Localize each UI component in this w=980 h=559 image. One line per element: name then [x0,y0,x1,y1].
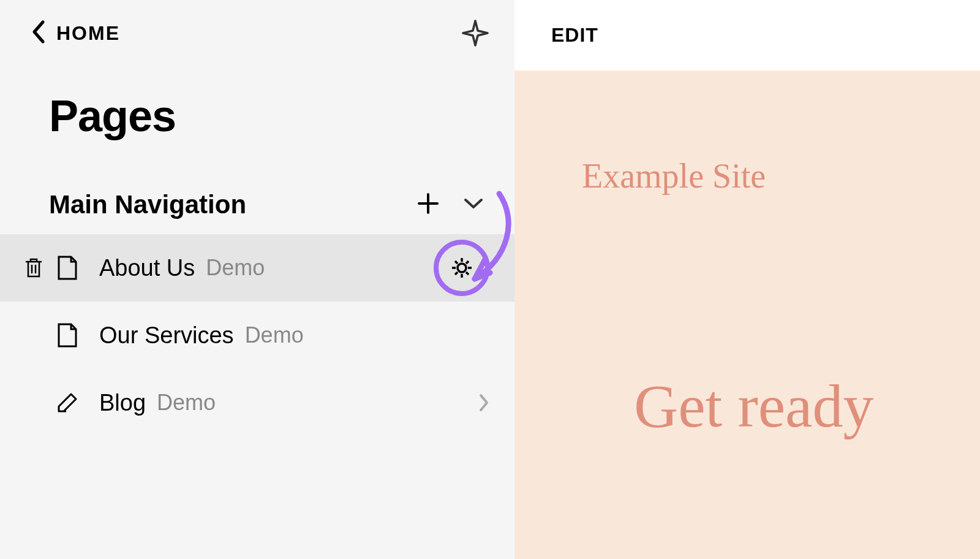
page-settings-button[interactable] [434,240,490,296]
page-item-blog[interactable]: Blog Demo [0,369,514,436]
page-label: About Us [99,255,195,281]
page-tag: Demo [245,322,304,348]
page-icon [49,322,86,349]
site-title: Example Site [582,156,766,196]
sparkle-icon[interactable] [461,18,490,48]
page-list: About Us Demo [0,234,514,436]
collapse-section-button[interactable] [463,197,484,213]
sidebar-header: HOME [0,0,514,60]
page-label: Our Services [99,322,234,349]
preview-body[interactable]: Example Site Get ready [514,70,980,559]
edit-button[interactable]: EDIT [551,24,598,47]
page-tag: Demo [206,255,265,281]
page-label: Blog [99,390,146,416]
hero-text: Get ready [634,371,873,441]
blog-icon [49,390,86,415]
page-item-about-us[interactable]: About Us Demo [0,234,514,302]
page-tag: Demo [157,390,216,416]
page-title: Pages [0,60,514,178]
gear-icon [448,254,475,281]
delete-page-button[interactable] [18,257,49,278]
preview-pane: EDIT Example Site Get ready [514,0,980,559]
page-icon [49,254,86,281]
section-actions [417,192,484,218]
add-page-button[interactable] [417,192,440,218]
section-title: Main Navigation [49,190,246,219]
back-button[interactable]: HOME [31,20,120,47]
svg-point-0 [458,264,466,272]
section-header: Main Navigation [0,178,514,234]
chevron-right-icon [478,392,490,413]
sidebar: HOME Pages Main Navigation About Us De [0,0,514,559]
chevron-left-icon [31,20,45,47]
back-label: HOME [56,22,120,45]
preview-header: EDIT [514,0,980,70]
page-item-our-services[interactable]: Our Services Demo [0,302,514,369]
